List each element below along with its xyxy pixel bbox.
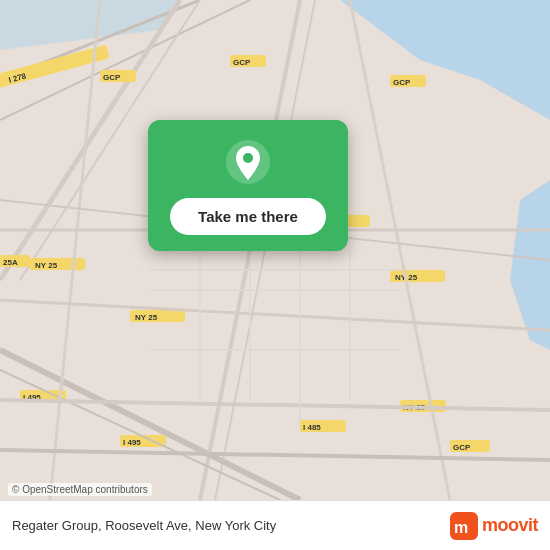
- svg-text:GCP: GCP: [103, 73, 121, 82]
- svg-point-56: [243, 153, 253, 163]
- moovit-logo-icon: m: [450, 512, 478, 540]
- svg-text:GCP: GCP: [393, 78, 411, 87]
- svg-text:m: m: [454, 519, 468, 536]
- svg-text:I 495: I 495: [123, 438, 141, 447]
- location-pin-icon: [224, 138, 272, 186]
- popup-card: Take me there: [148, 120, 348, 251]
- footer-bar: Regater Group, Roosevelt Ave, New York C…: [0, 500, 550, 550]
- address-text: Regater Group, Roosevelt Ave, New York C…: [12, 518, 276, 533]
- moovit-logo-text: moovit: [482, 515, 538, 536]
- svg-text:NY 25: NY 25: [135, 313, 158, 322]
- svg-text:GCP: GCP: [233, 58, 251, 67]
- map-copyright: © OpenStreetMap contributors: [8, 483, 152, 496]
- svg-text:I 485: I 485: [303, 423, 321, 432]
- moovit-logo: m moovit: [450, 512, 538, 540]
- svg-text:25A: 25A: [3, 258, 18, 267]
- take-me-there-button[interactable]: Take me there: [170, 198, 326, 235]
- svg-text:GCP: GCP: [453, 443, 471, 452]
- svg-text:NY 25: NY 25: [35, 261, 58, 270]
- map-container: I 278 NY 25A NY 25 NY 25 NY 25 GCP GCP G…: [0, 0, 550, 500]
